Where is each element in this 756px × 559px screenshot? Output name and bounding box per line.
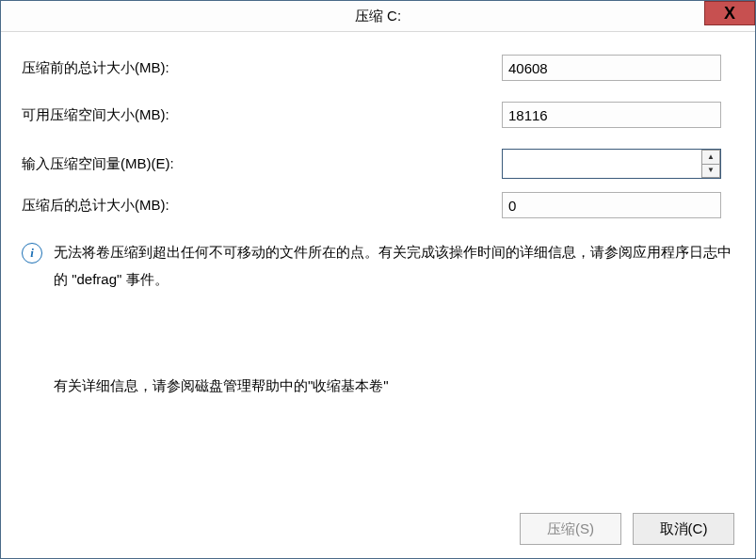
value-available: 18116 [502,102,721,128]
label-total-after: 压缩后的总计大小(MB): [22,197,502,215]
window-title: 压缩 C: [355,8,401,25]
label-input-amount: 输入压缩空间量(MB)(E): [22,155,502,173]
dialog-buttons: 压缩(S) 取消(C) [520,513,734,545]
value-total-before: 40608 [502,55,721,81]
info-icon: i [22,243,42,264]
shrink-amount-input[interactable] [503,150,701,178]
shrink-amount-spinner: ▲ ▼ [502,149,721,179]
shrink-button[interactable]: 压缩(S) [520,513,621,545]
info-block: i 无法将卷压缩到超出任何不可移动的文件所在的点。有关完成该操作时间的详细信息，… [22,239,734,293]
dialog-content: 压缩前的总计大小(MB): 40608 可用压缩空间大小(MB): 18116 … [1,32,755,558]
info-primary-text: 无法将卷压缩到超出任何不可移动的文件所在的点。有关完成该操作时间的详细信息，请参… [54,239,734,293]
spinner-down-button[interactable]: ▼ [701,164,720,179]
shrink-volume-dialog: 压缩 C: X 压缩前的总计大小(MB): 40608 可用压缩空间大小(MB)… [0,0,756,559]
cancel-button-label: 取消(C) [660,520,708,538]
info-secondary-text: 有关详细信息，请参阅磁盘管理帮助中的"收缩基本卷" [54,377,734,395]
chevron-up-icon: ▲ [707,153,715,161]
row-available: 可用压缩空间大小(MB): 18116 [22,102,734,128]
cancel-button[interactable]: 取消(C) [633,513,734,545]
row-input-amount: 输入压缩空间量(MB)(E): ▲ ▼ [22,149,734,179]
chevron-down-icon: ▼ [707,167,715,174]
label-total-before: 压缩前的总计大小(MB): [22,59,502,77]
label-available: 可用压缩空间大小(MB): [22,106,502,124]
row-total-before: 压缩前的总计大小(MB): 40608 [22,55,734,81]
shrink-button-label: 压缩(S) [547,520,594,538]
spinner-buttons: ▲ ▼ [701,150,720,178]
row-total-after: 压缩后的总计大小(MB): 0 [22,192,734,218]
close-button[interactable]: X [704,1,755,25]
value-total-after: 0 [502,192,721,218]
titlebar: 压缩 C: X [1,1,755,32]
spinner-up-button[interactable]: ▲ [701,150,720,164]
close-icon: X [724,4,735,24]
